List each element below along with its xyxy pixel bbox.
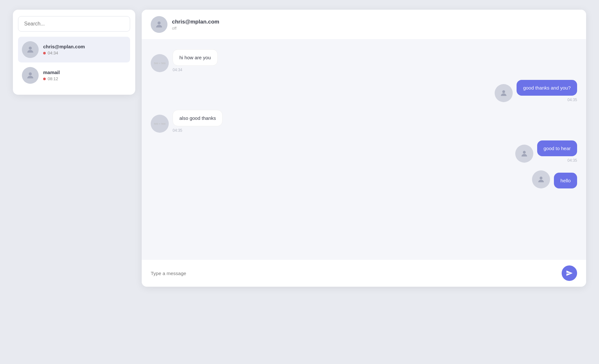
avatar-mamail xyxy=(22,67,39,84)
msg-avatar-2 xyxy=(495,84,513,102)
message-row-3: 500 × 500 also good thanks 04:35 xyxy=(151,110,577,133)
chat-header: chris@mplan.com off xyxy=(142,10,586,40)
chat-panel: chris@mplan.com off 500 × 500 hi how are… xyxy=(142,10,586,287)
msg-time-1: 04:34 xyxy=(173,68,218,72)
message-row-5: hello xyxy=(151,170,577,188)
svg-point-2 xyxy=(157,22,160,24)
contact-info-mamail: mamail 08:12 xyxy=(43,70,60,81)
online-dot-chris xyxy=(43,52,46,54)
message-row-1: 500 × 500 hi how are you 04:34 xyxy=(151,49,577,72)
svg-point-5 xyxy=(540,177,543,179)
bubble-1: hi how are you xyxy=(173,49,218,66)
chat-header-name: chris@mplan.com xyxy=(172,19,219,25)
svg-point-3 xyxy=(502,90,505,93)
msg-avatar-5 xyxy=(532,170,550,188)
messages-area: 500 × 500 hi how are you 04:34 good than… xyxy=(142,40,586,259)
bubble-4: good to hear xyxy=(537,140,577,156)
bubble-3: also good thanks xyxy=(173,110,223,126)
contact-item-mamail[interactable]: mamail 08:12 xyxy=(18,62,130,88)
contact-info-chris: chris@mplan.com 04:34 xyxy=(43,44,85,55)
msg-content-3: also good thanks 04:35 xyxy=(173,110,223,133)
message-row-2: good thanks and you? 04:35 xyxy=(151,80,577,102)
msg-time-2: 04:35 xyxy=(567,98,577,102)
chat-input-area xyxy=(142,259,586,287)
svg-point-4 xyxy=(523,151,526,154)
msg-content-1: hi how are you 04:34 xyxy=(173,49,218,72)
contact-name-mamail: mamail xyxy=(43,70,60,75)
message-row-4: good to hear 04:35 xyxy=(151,140,577,163)
sidebar: chris@mplan.com 04:34 mamail 08:12 xyxy=(13,10,135,95)
send-button[interactable] xyxy=(562,265,577,281)
chat-header-avatar xyxy=(151,16,167,33)
msg-time-4: 04:35 xyxy=(567,158,577,163)
msg-avatar-1: 500 × 500 xyxy=(151,54,169,72)
contact-time-chris: 04:34 xyxy=(43,51,85,55)
contact-item-chris[interactable]: chris@mplan.com 04:34 xyxy=(18,37,130,62)
contact-name-chris: chris@mplan.com xyxy=(43,44,85,49)
message-input[interactable] xyxy=(151,271,562,276)
send-icon xyxy=(566,270,573,277)
avatar-chris xyxy=(22,41,39,58)
msg-content-5: hello xyxy=(554,173,577,188)
contact-time-mamail: 08:12 xyxy=(43,76,60,81)
chat-header-status: off xyxy=(172,26,219,31)
msg-avatar-3: 500 × 500 xyxy=(151,115,169,133)
msg-avatar-4 xyxy=(515,145,533,163)
bubble-2: good thanks and you? xyxy=(517,80,577,96)
bubble-5: hello xyxy=(554,173,577,188)
msg-content-4: good to hear 04:35 xyxy=(537,140,577,163)
msg-time-3: 04:35 xyxy=(173,128,223,133)
svg-point-1 xyxy=(29,72,32,75)
chat-header-info: chris@mplan.com off xyxy=(172,19,219,31)
svg-point-0 xyxy=(29,47,32,50)
online-dot-mamail xyxy=(43,78,46,80)
search-input[interactable] xyxy=(18,16,130,32)
msg-content-2: good thanks and you? 04:35 xyxy=(517,80,577,102)
